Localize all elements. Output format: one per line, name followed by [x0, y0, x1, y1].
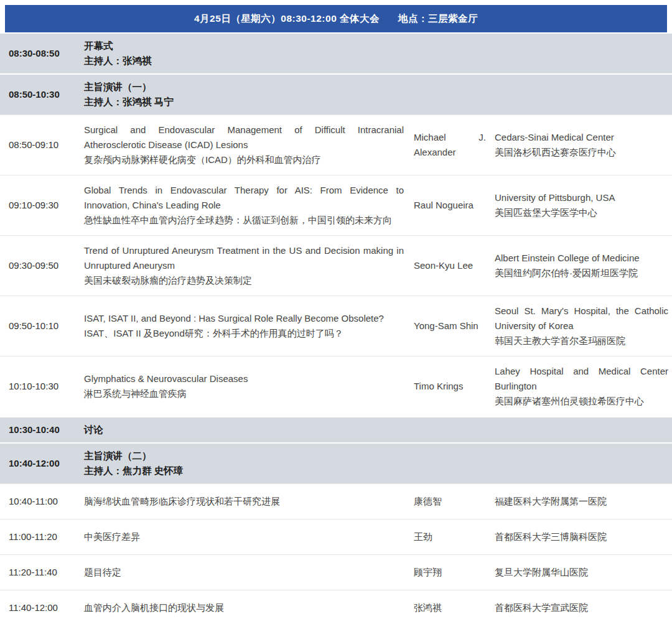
speaker-affiliation: Seoul St. Mary's Hospital, the Catholic …: [495, 304, 672, 348]
schedule-talk-row: 10:40-11:00 脑海绵状血管畸形临床诊疗现状和若干研究进展 康德智 福建…: [0, 483, 672, 519]
session-title: 主旨演讲（二）: [84, 449, 672, 463]
speaker-affiliation: Albert Einstein College of Medicine 美国纽约…: [495, 251, 672, 281]
time-range: 10:40-11:00: [9, 494, 84, 509]
speaker-name: Seon-Kyu Lee: [414, 258, 495, 273]
session-title: 开幕式: [84, 39, 672, 54]
talk-title: Global Trends in Endovascular Therapy fo…: [84, 183, 414, 228]
schedule-section-row: 08:50-10:30 主旨演讲（一） 主持人：张鸿祺 马宁: [0, 73, 672, 114]
schedule-section-row: 10:30-10:40 讨论: [0, 416, 672, 442]
time-range: 10:10-10:30: [9, 379, 84, 394]
time-range: 09:10-09:30: [9, 198, 84, 213]
time-range: 11:40-12:00: [9, 600, 84, 615]
affiliation-chinese: 美国麻萨诸塞州伯灵顿拉希医疗中心: [495, 394, 668, 409]
speaker-name: Michael J. Alexander: [414, 130, 495, 160]
session-info: 讨论: [84, 422, 672, 437]
speaker-affiliation: 复旦大学附属华山医院: [495, 565, 672, 580]
session-title: 主旨演讲（一）: [84, 80, 672, 95]
talk-title: 题目待定: [84, 565, 414, 580]
time-range: 08:50-09:10: [9, 137, 84, 152]
time-range: 09:30-09:50: [9, 258, 84, 273]
affiliation-english: Albert Einstein College of Medicine: [495, 251, 668, 266]
time-range: 08:30-08:50: [9, 46, 84, 61]
talk-title-chinese: ISAT、ISAT II 及Beyond研究：外科手术的作用真的过时了吗？: [84, 326, 404, 341]
talk-title: Surgical and Endovascular Management of …: [84, 123, 414, 167]
time-range: 11:20-11:40: [9, 565, 84, 580]
affiliation-chinese: 美国纽约阿尔伯特·爱因斯坦医学院: [495, 266, 668, 281]
session-moderator: 主持人：焦力群 史怀璋: [84, 463, 672, 478]
affiliation-english: Seoul St. Mary's Hospital, the Catholic …: [495, 304, 668, 333]
talk-title-english: ISAT, ISAT II, and Beyond : Has Surgical…: [84, 311, 404, 326]
schedule-talk-row: 11:00-11:20 中美医疗差异 王劲 首都医科大学三博脑科医院: [0, 519, 672, 554]
affiliation-chinese: 复旦大学附属华山医院: [495, 565, 668, 580]
schedule-section-row: 10:40-12:00 主旨演讲（二） 主持人：焦力群 史怀璋: [0, 442, 672, 483]
affiliation-chinese: 美国洛杉矶西达赛奈医疗中心: [495, 145, 668, 160]
talk-title: Trend of Unruptured Aneurysm Treatment i…: [84, 243, 414, 288]
speaker-affiliation: Cedars-Sinai Medical Center 美国洛杉矶西达赛奈医疗中…: [495, 130, 672, 160]
talk-title: 中美医疗差异: [84, 529, 414, 544]
talk-title-chinese: 血管内介入脑机接口的现状与发展: [84, 600, 404, 615]
time-range: 10:40-12:00: [9, 456, 84, 471]
talk-title-chinese: 脑海绵状血管畸形临床诊疗现状和若干研究进展: [84, 494, 404, 509]
session-moderator: 主持人：张鸿祺 马宁: [84, 95, 672, 109]
talk-title-chinese: 复杂颅内动脉粥样硬化病变（ICAD）的外科和血管内治疗: [84, 152, 404, 167]
affiliation-chinese: 首都医科大学三博脑科医院: [495, 529, 668, 544]
schedule-talk-row: 09:30-09:50 Trend of Unruptured Aneurysm…: [0, 235, 672, 296]
talk-title-chinese: 淋巴系统与神经血管疾病: [84, 386, 404, 401]
talk-title-chinese: 中美医疗差异: [84, 529, 404, 544]
affiliation-english: University of Pittsburgh, USA: [495, 190, 668, 205]
talk-title: 脑海绵状血管畸形临床诊疗现状和若干研究进展: [84, 494, 414, 509]
schedule-talk-row: 10:10-10:30 Glymphatics & Neurovascular …: [0, 356, 672, 416]
speaker-affiliation: 首都医科大学三博脑科医院: [495, 529, 672, 544]
talk-title-chinese: 题目待定: [84, 565, 404, 580]
talk-title-chinese: 美国未破裂动脉瘤的治疗趋势及决策制定: [84, 273, 404, 288]
affiliation-chinese: 美国匹兹堡大学医学中心: [495, 205, 668, 220]
speaker-name: Yong-Sam Shin: [414, 319, 495, 333]
affiliation-english: Cedars-Sinai Medical Center: [495, 130, 668, 145]
speaker-name: Timo Krings: [414, 379, 495, 394]
speaker-affiliation: 首都医科大学宣武医院: [495, 600, 672, 615]
speaker-name: 张鸿祺: [414, 600, 495, 615]
speaker-affiliation: University of Pittsburgh, USA 美国匹兹堡大学医学中…: [495, 190, 672, 220]
speaker-affiliation: 福建医科大学附属第一医院: [495, 494, 672, 509]
schedule-talk-row: 08:50-09:10 Surgical and Endovascular Ma…: [0, 114, 672, 175]
affiliation-chinese: 首都医科大学宣武医院: [495, 600, 668, 615]
schedule-talk-row: 09:10-09:30 Global Trends in Endovascula…: [0, 175, 672, 235]
schedule-section-row: 08:30-08:50 开幕式 主持人：张鸿祺: [0, 32, 672, 73]
speaker-affiliation: Lahey Hospital and Medical Center Burlin…: [495, 364, 672, 409]
time-range: 11:00-11:20: [9, 529, 84, 544]
session-title: 讨论: [84, 422, 672, 437]
schedule-talk-row: 11:20-11:40 题目待定 顾宇翔 复旦大学附属华山医院: [0, 554, 672, 590]
session-banner-location: 地点：三层紫金厅: [398, 12, 478, 26]
affiliation-chinese: 韩国天主教大学首尔圣玛丽医院: [495, 333, 668, 348]
affiliation-chinese: 福建医科大学附属第一医院: [495, 494, 668, 509]
schedule-talk-row: 09:50-10:10 ISAT, ISAT II, and Beyond : …: [0, 296, 672, 356]
time-range: 08:50-10:30: [9, 87, 84, 102]
speaker-name: 顾宇翔: [414, 565, 495, 580]
talk-title-english: Surgical and Endovascular Management of …: [84, 123, 404, 152]
talk-title-english: Glymphatics & Neurovascular Diseases: [84, 371, 404, 386]
talk-title: 血管内介入脑机接口的现状与发展: [84, 600, 414, 615]
conference-schedule-page: 4月25日（星期六）08:30-12:00 全体大会 地点：三层紫金厅 08:3…: [0, 5, 672, 624]
session-moderator: 主持人：张鸿祺: [84, 54, 672, 68]
speaker-name: Raul Nogueira: [414, 198, 495, 213]
session-info: 开幕式 主持人：张鸿祺: [84, 39, 672, 68]
talk-title: Glymphatics & Neurovascular Diseases 淋巴系…: [84, 371, 414, 401]
session-info: 主旨演讲（一） 主持人：张鸿祺 马宁: [84, 80, 672, 109]
time-range: 10:30-10:40: [9, 422, 84, 437]
schedule-talk-row: 11:40-12:00 血管内介入脑机接口的现状与发展 张鸿祺 首都医科大学宣武…: [0, 590, 672, 624]
session-banner-title: 4月25日（星期六）08:30-12:00 全体大会: [194, 12, 380, 26]
session-banner: 4月25日（星期六）08:30-12:00 全体大会 地点：三层紫金厅: [5, 5, 667, 32]
speaker-name: 王劲: [414, 529, 495, 544]
affiliation-english: Lahey Hospital and Medical Center Burlin…: [495, 364, 668, 394]
talk-title: ISAT, ISAT II, and Beyond : Has Surgical…: [84, 311, 414, 341]
time-range: 09:50-10:10: [9, 319, 84, 333]
talk-title-chinese: 急性缺血性卒中血管内治疗全球趋势：从循证到创新，中国引领的未来方向: [84, 213, 404, 228]
schedule-rows: 08:30-08:50 开幕式 主持人：张鸿祺 08:50-10:30 主旨演讲…: [0, 32, 672, 624]
talk-title-english: Trend of Unruptured Aneurysm Treatment i…: [84, 243, 404, 273]
speaker-name: 康德智: [414, 494, 495, 509]
session-info: 主旨演讲（二） 主持人：焦力群 史怀璋: [84, 449, 672, 478]
talk-title-english: Global Trends in Endovascular Therapy fo…: [84, 183, 404, 213]
